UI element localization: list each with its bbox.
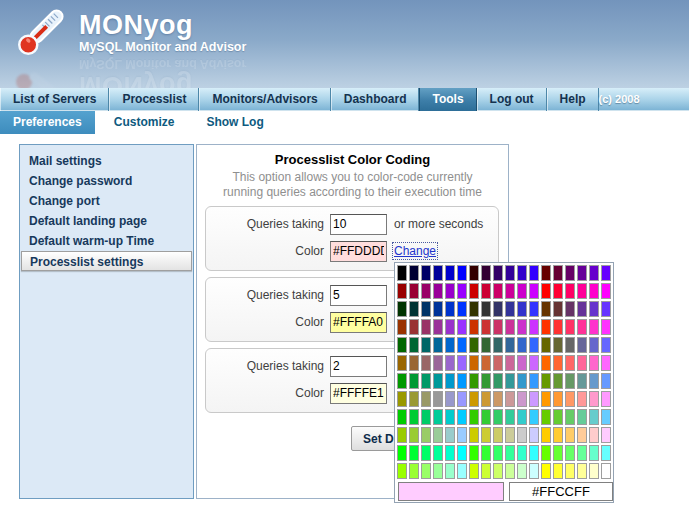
color-swatch[interactable] [493, 265, 503, 281]
color-swatch[interactable] [457, 463, 467, 479]
color-swatch[interactable] [529, 409, 539, 425]
color-swatch[interactable] [397, 445, 407, 461]
color-swatch[interactable] [541, 319, 551, 335]
color-swatch[interactable] [505, 265, 515, 281]
seconds-input-2[interactable] [330, 285, 387, 306]
color-swatch[interactable] [589, 409, 599, 425]
color-swatch[interactable] [421, 301, 431, 317]
color-swatch[interactable] [421, 391, 431, 407]
color-swatch[interactable] [505, 355, 515, 371]
color-swatch[interactable] [493, 355, 503, 371]
color-swatch[interactable] [445, 463, 455, 479]
color-swatch[interactable] [517, 463, 527, 479]
color-hex-value[interactable]: #FFCCFF [509, 482, 613, 501]
color-swatch[interactable] [577, 319, 587, 335]
color-swatch[interactable] [409, 373, 419, 389]
color-swatch[interactable] [577, 265, 587, 281]
color-swatch[interactable] [565, 265, 575, 281]
color-swatch[interactable] [517, 445, 527, 461]
color-swatch[interactable] [529, 301, 539, 317]
color-swatch[interactable] [397, 463, 407, 479]
color-swatch[interactable] [505, 301, 515, 317]
color-swatch[interactable] [517, 373, 527, 389]
color-swatch[interactable] [421, 409, 431, 425]
sidebar-item-mail-settings[interactable]: Mail settings [20, 151, 193, 171]
color-swatch[interactable] [493, 283, 503, 299]
change-color-link-1[interactable]: Change [394, 244, 436, 258]
color-swatch[interactable] [469, 283, 479, 299]
color-swatch[interactable] [517, 319, 527, 335]
color-swatch[interactable] [445, 409, 455, 425]
color-swatch[interactable] [505, 337, 515, 353]
subnav-tab-preferences[interactable]: Preferences [0, 111, 95, 134]
color-swatch[interactable] [457, 373, 467, 389]
sidebar-item-change-port[interactable]: Change port [20, 191, 193, 211]
color-swatch[interactable] [601, 463, 611, 479]
color-swatch[interactable] [469, 355, 479, 371]
color-swatch[interactable] [565, 283, 575, 299]
color-swatch[interactable] [577, 301, 587, 317]
color-swatch[interactable] [493, 463, 503, 479]
color-value-input-2[interactable] [330, 312, 387, 333]
color-swatch[interactable] [493, 301, 503, 317]
color-swatch[interactable] [457, 409, 467, 425]
color-swatch[interactable] [517, 409, 527, 425]
color-swatch[interactable] [505, 283, 515, 299]
color-swatch[interactable] [529, 391, 539, 407]
color-swatch[interactable] [589, 427, 599, 443]
color-swatch[interactable] [529, 355, 539, 371]
subnav-tab-customize[interactable]: Customize [101, 111, 188, 134]
color-swatch[interactable] [409, 283, 419, 299]
nav-tab-log-out[interactable]: Log out [477, 88, 547, 111]
color-swatch[interactable] [421, 283, 431, 299]
color-swatch[interactable] [577, 373, 587, 389]
color-swatch[interactable] [397, 373, 407, 389]
color-swatch[interactable] [481, 301, 491, 317]
color-swatch[interactable] [553, 373, 563, 389]
color-swatch[interactable] [457, 337, 467, 353]
color-swatch[interactable] [589, 265, 599, 281]
color-swatch[interactable] [445, 283, 455, 299]
color-swatch[interactable] [481, 427, 491, 443]
color-swatch[interactable] [529, 319, 539, 335]
color-swatch[interactable] [457, 319, 467, 335]
color-swatch[interactable] [457, 283, 467, 299]
color-swatch[interactable] [421, 373, 431, 389]
color-swatch[interactable] [433, 427, 443, 443]
color-swatch[interactable] [565, 373, 575, 389]
color-swatch[interactable] [493, 409, 503, 425]
color-swatch[interactable] [397, 427, 407, 443]
color-swatch[interactable] [577, 283, 587, 299]
color-swatch[interactable] [397, 265, 407, 281]
color-swatch[interactable] [397, 283, 407, 299]
color-swatch[interactable] [433, 301, 443, 317]
color-swatch[interactable] [457, 301, 467, 317]
color-swatch[interactable] [445, 391, 455, 407]
color-swatch[interactable] [553, 319, 563, 335]
color-swatch[interactable] [553, 283, 563, 299]
color-swatch[interactable] [469, 427, 479, 443]
color-swatch[interactable] [601, 391, 611, 407]
color-swatch[interactable] [433, 409, 443, 425]
color-swatch[interactable] [541, 265, 551, 281]
color-swatch[interactable] [589, 337, 599, 353]
color-swatch[interactable] [601, 265, 611, 281]
color-swatch[interactable] [505, 373, 515, 389]
color-swatch[interactable] [445, 337, 455, 353]
nav-tab-dashboard[interactable]: Dashboard [331, 88, 420, 111]
seconds-input-3[interactable] [330, 356, 387, 377]
color-swatch[interactable] [589, 445, 599, 461]
color-swatch[interactable] [397, 391, 407, 407]
color-swatch[interactable] [541, 427, 551, 443]
color-swatch[interactable] [529, 265, 539, 281]
color-swatch[interactable] [481, 409, 491, 425]
color-swatch[interactable] [433, 265, 443, 281]
color-swatch[interactable] [469, 463, 479, 479]
nav-tab-help[interactable]: Help [547, 88, 599, 111]
color-swatch[interactable] [529, 373, 539, 389]
color-swatch[interactable] [529, 463, 539, 479]
color-swatch[interactable] [397, 319, 407, 335]
color-swatch[interactable] [469, 445, 479, 461]
color-swatch[interactable] [565, 319, 575, 335]
color-swatch[interactable] [493, 427, 503, 443]
